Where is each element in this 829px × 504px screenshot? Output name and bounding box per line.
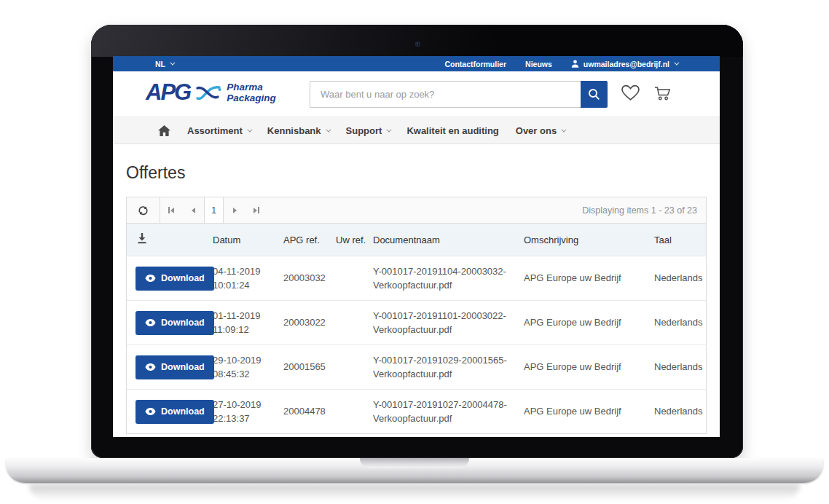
search-input[interactable]: [310, 81, 581, 108]
main-navigation: Assortiment Kennisbank Support Kwaliteit…: [113, 117, 720, 144]
nav-item-label: Support: [346, 125, 382, 136]
download-cell: Download: [127, 267, 213, 291]
nav-menu-item[interactable]: Assortiment: [187, 125, 251, 136]
grid-toolbar: 1 Displaying items 1 - 23 of 23: [127, 197, 706, 224]
webcam-dot: [415, 42, 420, 47]
paging-status: Displaying items 1 - 23 of 23: [582, 205, 697, 216]
chevron-down-icon: [247, 127, 252, 132]
cell-taal: Nederlands: [654, 404, 710, 419]
site-logo[interactable]: APG Pharma Packaging: [146, 79, 276, 106]
date-value: 27-10-2019: [213, 399, 262, 410]
cell-documentnaam: Y-001017-20191104-20003032-Verkoopfactuu…: [373, 264, 524, 293]
eye-icon: [145, 275, 156, 282]
nav-item-label: Assortiment: [187, 125, 243, 136]
laptop-reflection: [29, 484, 800, 500]
cell-taal: Nederlands: [654, 315, 710, 330]
next-page-button[interactable]: [224, 197, 245, 223]
cell-documentnaam: Y-001017-20191027-20004478-Verkoopfactuu…: [373, 398, 524, 426]
time-value: 08:45:32: [213, 369, 250, 379]
cell-apg-ref: 20003022: [283, 315, 336, 330]
date-value: 29-10-2019: [213, 355, 262, 366]
contact-form-link[interactable]: Contactformulier: [444, 60, 506, 68]
triangle-right-icon: [233, 208, 237, 213]
cell-omschrijving: APG Europe uw Bedrijf: [524, 271, 654, 286]
cell-datum: 04-11-2019 10:01:24: [213, 264, 283, 293]
search-icon: [588, 88, 600, 101]
download-button[interactable]: Download: [135, 267, 214, 291]
chevron-down-icon: [170, 60, 175, 66]
first-page-button[interactable]: [160, 197, 182, 223]
top-utility-bar: NL Contactformulier Nieuws uwmailadres@b…: [113, 56, 720, 71]
user-email: uwmailadres@bedrijf.nl: [584, 60, 669, 68]
time-value: 10:01:24: [213, 280, 250, 291]
date-value: 01-11-2019: [213, 310, 261, 321]
column-header-uw-ref[interactable]: Uw ref.: [336, 235, 373, 245]
search-button[interactable]: [581, 81, 608, 108]
table-row: Download 04-11-2019 10:01:24 20003032 Y-…: [127, 256, 706, 300]
current-page-indicator[interactable]: 1: [204, 197, 224, 223]
nav-menu-item[interactable]: Kennisbank: [267, 125, 329, 136]
nav-menu-item[interactable]: Kwaliteit en auditing: [406, 125, 498, 136]
download-cell: Download: [127, 355, 213, 379]
news-link[interactable]: Nieuws: [525, 60, 552, 68]
refresh-icon: [138, 205, 149, 216]
previous-page-button[interactable]: [182, 197, 204, 223]
table-row: Download 29-10-2019 08:45:32 20001565 Y-…: [127, 344, 706, 389]
documents-grid-panel: 1 Displaying items 1 - 23 of 23 Datum AP…: [126, 197, 707, 434]
nav-menu-item[interactable]: Over ons: [516, 125, 565, 136]
nav-item-label: Kennisbank: [267, 125, 321, 136]
cell-omschrijving: APG Europe uw Bedrijf: [524, 315, 654, 330]
eye-icon: [145, 408, 156, 415]
language-selector[interactable]: NL: [155, 60, 173, 68]
download-button-label: Download: [161, 318, 205, 328]
eye-icon: [145, 319, 156, 326]
column-header-documentnaam[interactable]: Documentnaam: [373, 235, 524, 245]
triangle-left-icon: [192, 208, 195, 213]
table-row: Download 27-10-2019 22:13:37 20004478 Y-…: [127, 389, 706, 433]
download-button-label: Download: [161, 406, 205, 417]
cell-documentnaam: Y-001017-20191101-20003022-Verkoopfactuu…: [373, 309, 524, 337]
column-header-datum[interactable]: Datum: [213, 235, 283, 245]
cell-datum: 29-10-2019 08:45:32: [213, 353, 283, 382]
cart-icon: [653, 84, 673, 101]
dna-logo-icon: [195, 82, 221, 103]
cell-datum: 01-11-2019 11:09:12: [213, 309, 283, 337]
cell-taal: Nederlands: [654, 271, 710, 286]
download-button[interactable]: Download: [135, 400, 214, 424]
refresh-button[interactable]: [127, 197, 160, 223]
account-menu[interactable]: uwmailadres@bedrijf.nl: [571, 60, 677, 68]
user-icon: [571, 60, 579, 68]
cell-taal: Nederlands: [654, 360, 710, 374]
column-header-omschrijving[interactable]: Omschrijving: [524, 235, 654, 245]
chevron-down-icon: [326, 127, 331, 132]
home-icon: [158, 125, 170, 136]
last-page-icon: [258, 207, 259, 213]
date-value: 04-11-2019: [213, 266, 261, 277]
chevron-down-icon: [387, 127, 392, 132]
last-page-button[interactable]: [245, 197, 267, 223]
site-header: APG Pharma Packaging: [113, 71, 720, 117]
time-value: 22:13:37: [213, 413, 250, 424]
column-header-apg-ref[interactable]: APG ref.: [283, 235, 336, 245]
browser-viewport: NL Contactformulier Nieuws uwmailadres@b…: [113, 56, 720, 437]
logo-line1: Pharma: [227, 82, 263, 92]
cart-button[interactable]: [653, 84, 673, 103]
nav-item-label: Kwaliteit en auditing: [406, 125, 498, 136]
cell-omschrijving: APG Europe uw Bedrijf: [524, 404, 654, 419]
download-button[interactable]: Download: [135, 311, 214, 335]
wishlist-button[interactable]: [621, 84, 640, 103]
logo-apg-text: APG: [146, 79, 190, 106]
laptop-base: [6, 458, 823, 483]
download-button-label: Download: [161, 362, 205, 372]
column-header-taal[interactable]: Taal: [654, 235, 706, 245]
nav-home-link[interactable]: [158, 125, 170, 136]
laptop-mockup: NL Contactformulier Nieuws uwmailadres@b…: [0, 0, 829, 504]
search-bar: [310, 81, 608, 108]
download-all-header[interactable]: [127, 233, 213, 246]
cell-apg-ref: 20003032: [283, 271, 336, 286]
download-button[interactable]: Download: [135, 355, 214, 379]
logo-line2: Packaging: [227, 92, 276, 103]
toolbar-spacer: [267, 197, 582, 223]
cell-apg-ref: 20001565: [283, 360, 336, 374]
nav-menu-item[interactable]: Support: [346, 125, 390, 136]
